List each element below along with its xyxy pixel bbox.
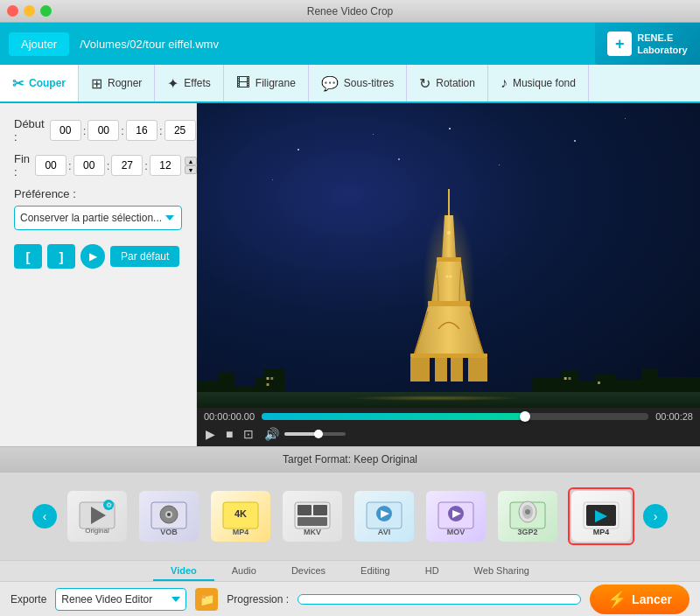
logo-area: + RENE.E Laboratory: [595, 23, 700, 65]
debut-hours[interactable]: [50, 120, 81, 141]
svg-rect-48: [298, 517, 327, 526]
format-mp4-selected[interactable]: MP4: [568, 487, 634, 545]
default-btn[interactable]: Par défaut: [110, 246, 179, 267]
cat-web-sharing[interactable]: Web Sharing: [457, 561, 547, 581]
fin-spin-down[interactable]: ▼: [185, 165, 197, 174]
maximize-button[interactable]: [40, 5, 52, 17]
debut-seconds[interactable]: [126, 120, 158, 141]
tab-filigrane[interactable]: 🎞 Filigrane: [224, 65, 309, 102]
svg-point-12: [445, 276, 448, 278]
title-bar: Renee Video Crop: [0, 0, 700, 23]
app-window: Renee Video Crop + RENE.E Laboratory Ajo…: [0, 0, 700, 616]
cat-hd-label: HD: [425, 565, 439, 576]
progress-fill: [262, 413, 525, 420]
svg-text:Original: Original: [85, 527, 109, 535]
nav-right-arrow[interactable]: ›: [643, 504, 668, 528]
svg-rect-2: [437, 257, 461, 262]
format-3gp2[interactable]: 3GP2: [496, 489, 559, 543]
cat-hd[interactable]: HD: [408, 561, 457, 581]
format-area: ‹ Original ⚙: [0, 472, 700, 560]
svg-point-40: [167, 513, 171, 516]
rotation-icon: ↻: [419, 75, 430, 92]
folder-button[interactable]: 📁: [195, 588, 218, 611]
debut-ms[interactable]: [164, 120, 196, 141]
window-title: Renee Video Crop: [307, 5, 394, 18]
launch-button[interactable]: ⚡ Lancer: [590, 584, 690, 614]
capture-button[interactable]: ⊡: [242, 425, 256, 443]
musique-icon: ♪: [500, 75, 508, 91]
launch-icon: ⚡: [607, 590, 626, 609]
format-scroll: ‹ Original ⚙: [0, 478, 700, 555]
svg-text:MKV: MKV: [304, 528, 321, 535]
cat-video-label: Video: [171, 565, 197, 576]
tab-musique[interactable]: ♪ Musique fond: [488, 65, 589, 102]
cat-web-sharing-label: Web Sharing: [474, 565, 529, 576]
close-button[interactable]: [7, 5, 18, 17]
bracket-left-btn[interactable]: [: [14, 244, 42, 269]
format-original[interactable]: Original ⚙: [66, 489, 129, 543]
format-avi[interactable]: AVI: [353, 489, 416, 543]
progress-bar[interactable]: [262, 413, 648, 420]
pref-select[interactable]: Conserver la partie sélection... Supprim…: [14, 206, 182, 230]
volume-container: 🔊: [262, 425, 346, 443]
debut-row: Début : : : : ▲ ▼: [14, 117, 182, 144]
tab-rogner[interactable]: ⊞ Rogner: [79, 65, 155, 102]
format-mp4-4k[interactable]: 4K MP4: [209, 489, 272, 543]
fin-hours[interactable]: [35, 155, 66, 176]
svg-point-13: [449, 276, 452, 278]
format-mp4-sel-box: MP4: [571, 491, 631, 542]
folder-icon: 📁: [200, 592, 214, 606]
debut-minutes[interactable]: [88, 120, 119, 141]
tab-effets[interactable]: ✦ Effets: [155, 65, 223, 102]
fin-spin-up[interactable]: ▲: [185, 157, 197, 165]
svg-text:VOB: VOB: [160, 528, 178, 535]
cat-audio[interactable]: Audio: [214, 561, 274, 581]
progress-label: Progression :: [227, 593, 289, 606]
fin-ms[interactable]: [150, 155, 181, 176]
svg-text:MP4: MP4: [233, 528, 249, 535]
bracket-right-btn[interactable]: ]: [47, 244, 75, 269]
cat-video[interactable]: Video: [153, 561, 214, 581]
sous-titres-icon: 💬: [321, 75, 339, 92]
format-3gp2-box: 3GP2: [498, 491, 557, 542]
svg-rect-28: [267, 383, 270, 386]
cat-editing-label: Editing: [360, 565, 390, 576]
play-preview-btn[interactable]: ▶: [80, 244, 105, 269]
tab-rotation[interactable]: ↻ Rotation: [407, 65, 488, 102]
format-vob[interactable]: VOB: [137, 489, 200, 543]
stop-button[interactable]: ■: [224, 425, 234, 443]
cat-editing[interactable]: Editing: [343, 561, 408, 581]
add-button[interactable]: Ajouter: [9, 32, 69, 56]
svg-marker-1: [442, 215, 456, 259]
format-mov[interactable]: MOV: [424, 489, 487, 543]
end-time-display: 00:00:28: [655, 411, 693, 422]
progress-thumb: [520, 411, 530, 422]
debut-label: Début :: [14, 117, 45, 144]
couper-icon: ✂: [12, 75, 24, 92]
video-area[interactable]: [197, 103, 700, 408]
cat-devices[interactable]: Devices: [274, 561, 343, 581]
volume-bar[interactable]: [284, 432, 346, 436]
play-button[interactable]: ▶: [204, 425, 217, 443]
bottom-progress-bar: [298, 594, 581, 605]
volume-thumb: [314, 430, 323, 438]
logo-icon: +: [607, 32, 632, 56]
svg-text:4K: 4K: [234, 508, 247, 519]
svg-marker-5: [414, 306, 484, 355]
fin-minutes[interactable]: [74, 155, 105, 176]
svg-rect-46: [298, 505, 312, 515]
export-select[interactable]: Renee Video Editor: [55, 588, 186, 611]
tab-couper-label: Couper: [29, 77, 66, 89]
control-buttons: ▶ ■ ⊡ 🔊: [204, 425, 693, 443]
tab-couper[interactable]: ✂ Couper: [0, 65, 79, 103]
format-mkv[interactable]: MKV: [281, 489, 344, 543]
tab-rogner-label: Rogner: [108, 77, 142, 89]
svg-point-61: [525, 509, 530, 514]
fin-seconds[interactable]: [111, 155, 143, 176]
tab-sous-titres[interactable]: 💬 Sous-titres: [309, 65, 407, 102]
nav-left-arrow[interactable]: ‹: [32, 504, 57, 528]
svg-text:3GP2: 3GP2: [517, 528, 537, 535]
minimize-button[interactable]: [24, 5, 35, 17]
svg-text:MP4: MP4: [593, 528, 610, 535]
svg-rect-6: [410, 354, 487, 358]
